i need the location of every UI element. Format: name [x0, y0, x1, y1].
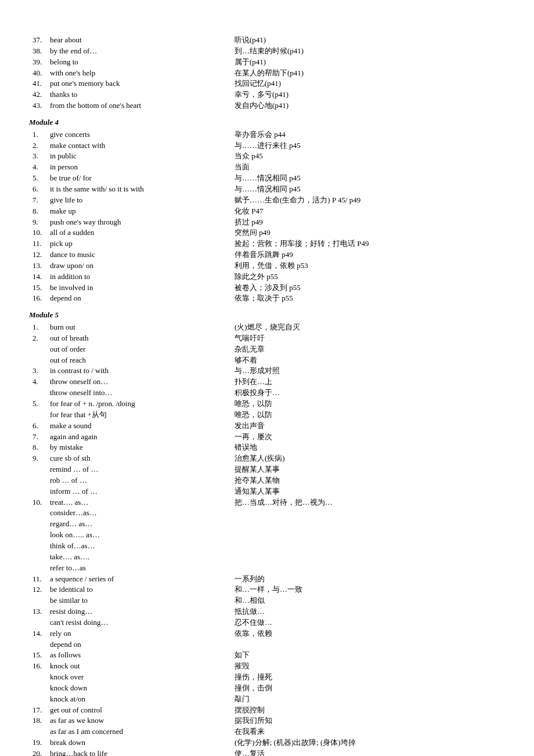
- english-term: a sequence / series of: [50, 574, 234, 585]
- chinese-definition: 抵抗做…: [234, 606, 505, 617]
- chinese-definition: 积极投身于…: [234, 388, 505, 399]
- chinese-definition: 如下: [234, 650, 505, 661]
- chinese-definition: 抢夺某人某物: [234, 475, 505, 486]
- english-term: for fear of + n. /pron. /doing: [50, 399, 234, 410]
- chinese-definition: 举办音乐会 p44: [234, 129, 505, 140]
- chinese-definition: 扑到在…上: [234, 377, 505, 388]
- chinese-definition: 与…形成对照: [234, 366, 505, 377]
- english-term: take…. as….: [50, 552, 234, 563]
- chinese-definition: 到…结束的时候(p41): [234, 46, 505, 57]
- row-number: [29, 519, 50, 530]
- english-term: give concerts: [50, 129, 234, 140]
- vocab-row: knock at/on敲门: [29, 694, 505, 705]
- vocab-row: can't resist doing…忍不住做…: [29, 617, 505, 628]
- english-term: look on….. as…: [50, 530, 234, 541]
- chinese-definition: 幸亏，多亏(p41): [234, 89, 505, 100]
- english-term: in public: [50, 151, 234, 162]
- row-number: 20.: [29, 748, 50, 756]
- vocab-row: consider…as…: [29, 508, 505, 519]
- row-number: 43.: [29, 100, 50, 111]
- row-number: 10.: [29, 227, 50, 238]
- row-number: [29, 530, 50, 541]
- chinese-definition: [234, 530, 505, 541]
- chinese-definition: 发自内心地(p41): [234, 100, 505, 111]
- english-term: inform … of …: [50, 486, 234, 497]
- vocab-row: 3.in public当众 p45: [29, 151, 505, 162]
- chinese-definition: 发出声音: [234, 421, 505, 432]
- row-number: [29, 552, 50, 563]
- english-term: cure sb of sth: [50, 453, 234, 464]
- vocab-row: as far as I am concerned在我看来: [29, 726, 505, 737]
- chinese-definition: 摆脱控制: [234, 705, 505, 716]
- row-number: [29, 563, 50, 574]
- chinese-definition: 提醒某人某事: [234, 464, 505, 475]
- english-term: out of breath: [50, 333, 234, 344]
- english-term: all of a sudden: [50, 227, 234, 238]
- chinese-definition: [234, 519, 505, 530]
- row-number: [29, 344, 50, 355]
- row-number: [29, 726, 50, 737]
- english-term: hear about: [50, 35, 234, 46]
- english-term: throw oneself into…: [50, 388, 234, 399]
- english-term: knock at/on: [50, 694, 234, 705]
- row-number: [29, 683, 50, 694]
- vocab-row: 7.again and again一再，屡次: [29, 432, 505, 443]
- vocab-row: inform … of …通知某人某事: [29, 486, 505, 497]
- english-term: as follows: [50, 650, 234, 661]
- row-number: 6.: [29, 421, 50, 432]
- english-term: get out of control: [50, 705, 234, 716]
- vocab-row: 1.burn out(火)燃尽，烧完自灭: [29, 322, 505, 333]
- vocab-row: for fear that +从句唯恐，以防: [29, 410, 505, 421]
- english-term: dance to music: [50, 249, 234, 261]
- chinese-definition: 在我看来: [234, 726, 505, 737]
- english-term: knock over: [50, 672, 234, 683]
- vocab-row: 8.make up化妆 P47: [29, 206, 505, 217]
- chinese-definition: 够不着: [234, 355, 505, 366]
- row-number: 5.: [29, 173, 50, 184]
- row-number: [29, 672, 50, 683]
- chinese-definition: 与……进行来往 p45: [234, 140, 505, 151]
- english-term: be identical to: [50, 584, 234, 595]
- row-number: 7.: [29, 432, 50, 443]
- vocab-row: look on….. as…: [29, 530, 505, 541]
- vocab-row: 3.in contrast to / with与…形成对照: [29, 366, 505, 377]
- row-number: 15.: [29, 283, 50, 294]
- chinese-definition: 通知某人某事: [234, 486, 505, 497]
- row-number: 11.: [29, 238, 50, 249]
- english-term: remind … of …: [50, 464, 234, 475]
- english-term: belong to: [50, 57, 234, 68]
- vocab-row: 42.thanks to幸亏，多亏(p41): [29, 89, 505, 100]
- row-number: 13.: [29, 261, 50, 272]
- chinese-definition: [234, 541, 505, 552]
- row-number: 18.: [29, 715, 50, 726]
- vocab-row: 2.out of breath气喘吁吁: [29, 333, 505, 344]
- vocab-row: 43.from the bottom of one's heart发自内心地(p…: [29, 100, 505, 111]
- english-term: treat…. as…: [50, 497, 234, 508]
- english-term: pick up: [50, 238, 234, 249]
- row-number: 16.: [29, 661, 50, 672]
- vocab-row: 37.hear about听说(p41): [29, 35, 505, 46]
- english-term: thanks to: [50, 89, 234, 100]
- english-term: in addition to: [50, 272, 234, 283]
- vocab-row: 10.all of a sudden突然间 p49: [29, 227, 505, 238]
- vocab-row: 2.make contact with与……进行来往 p45: [29, 140, 505, 151]
- vocab-row: 13.draw upon/ on利用，凭借，依赖 p53: [29, 261, 505, 272]
- row-number: [29, 595, 50, 606]
- chinese-definition: 利用，凭借，依赖 p53: [234, 261, 505, 272]
- vocab-row: 20.bring…back to life使…复活: [29, 748, 505, 756]
- vocab-row: 15.as follows如下: [29, 650, 505, 661]
- english-term: rob … of …: [50, 475, 234, 486]
- english-term: depend on: [50, 639, 234, 650]
- chinese-definition: 捡起；营救；用车接；好转；打电话 P49: [234, 238, 505, 249]
- vocab-row: out of reach够不着: [29, 355, 505, 366]
- vocab-row: 9.push one's way through挤过 p49: [29, 217, 505, 228]
- vocab-row: 4.throw oneself on…扑到在…上: [29, 377, 505, 388]
- row-number: [29, 617, 50, 628]
- chinese-definition: 在某人的帮助下(p41): [234, 68, 505, 79]
- vocab-row: 17.get out of control摆脱控制: [29, 705, 505, 716]
- row-number: 1.: [29, 322, 50, 333]
- chinese-definition: 敲门: [234, 694, 505, 705]
- chinese-definition: [234, 508, 505, 519]
- chinese-definition: 伴着音乐跳舞 p49: [234, 249, 505, 261]
- chinese-definition: 忍不住做…: [234, 617, 505, 628]
